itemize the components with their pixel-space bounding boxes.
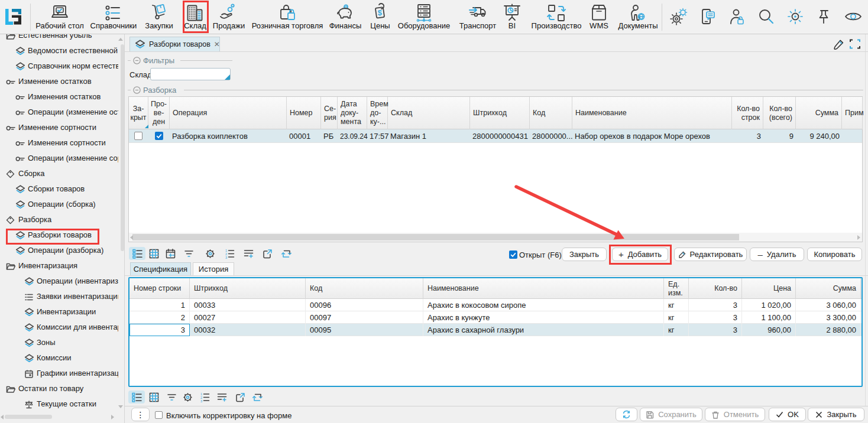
svg-text:3: 3	[200, 399, 202, 402]
svg-text:$: $	[378, 8, 383, 17]
svg-text:3: 3	[225, 256, 227, 259]
